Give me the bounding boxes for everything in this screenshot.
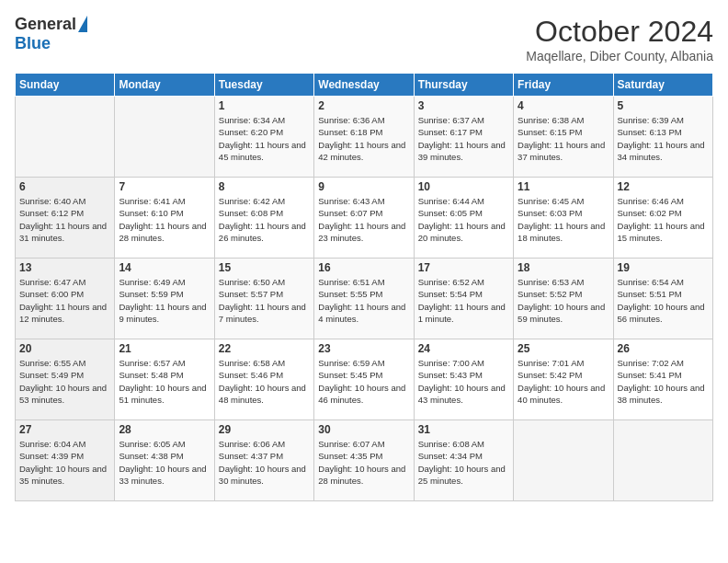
day-info: Sunrise: 6:43 AM Sunset: 6:07 PM Dayligh…: [318, 195, 409, 244]
calendar-day-cell: 24Sunrise: 7:00 AM Sunset: 5:43 PM Dayli…: [414, 339, 513, 420]
calendar-day-cell: 3Sunrise: 6:37 AM Sunset: 6:17 PM Daylig…: [414, 97, 513, 178]
day-info: Sunrise: 6:41 AM Sunset: 6:10 PM Dayligh…: [119, 195, 210, 244]
day-number: 16: [318, 261, 409, 274]
calendar-day-cell: 27Sunrise: 6:04 AM Sunset: 4:39 PM Dayli…: [16, 420, 115, 501]
calendar-week-row: 13Sunrise: 6:47 AM Sunset: 6:00 PM Dayli…: [16, 259, 713, 339]
day-number: 1: [219, 99, 310, 112]
logo-blue-text: Blue: [15, 34, 51, 53]
calendar-day-cell: [115, 97, 214, 178]
calendar-day-cell: 28Sunrise: 6:05 AM Sunset: 4:38 PM Dayli…: [115, 420, 214, 501]
calendar-day-cell: 19Sunrise: 6:54 AM Sunset: 5:51 PM Dayli…: [613, 259, 712, 339]
day-number: 4: [518, 99, 609, 112]
day-number: 29: [219, 423, 310, 436]
day-info: Sunrise: 6:57 AM Sunset: 5:48 PM Dayligh…: [119, 357, 210, 406]
day-number: 3: [418, 99, 509, 112]
calendar-day-cell: 21Sunrise: 6:57 AM Sunset: 5:48 PM Dayli…: [115, 339, 214, 420]
day-info: Sunrise: 6:05 AM Sunset: 4:38 PM Dayligh…: [119, 438, 210, 487]
day-info: Sunrise: 6:45 AM Sunset: 6:03 PM Dayligh…: [518, 195, 609, 244]
day-info: Sunrise: 6:40 AM Sunset: 6:12 PM Dayligh…: [19, 195, 110, 244]
day-number: 10: [418, 180, 509, 193]
day-number: 28: [119, 423, 210, 436]
day-number: 30: [318, 423, 409, 436]
day-info: Sunrise: 6:37 AM Sunset: 6:17 PM Dayligh…: [418, 114, 509, 163]
day-info: Sunrise: 6:59 AM Sunset: 5:45 PM Dayligh…: [318, 357, 409, 406]
day-number: 8: [219, 180, 310, 193]
calendar-day-cell: 8Sunrise: 6:42 AM Sunset: 6:08 PM Daylig…: [214, 178, 313, 259]
day-number: 12: [618, 180, 709, 193]
calendar-day-cell: 11Sunrise: 6:45 AM Sunset: 6:03 PM Dayli…: [514, 178, 613, 259]
day-number: 11: [518, 180, 609, 193]
month-title: October 2024: [526, 15, 713, 49]
calendar-week-row: 27Sunrise: 6:04 AM Sunset: 4:39 PM Dayli…: [16, 420, 713, 501]
calendar-day-cell: 16Sunrise: 6:51 AM Sunset: 5:55 PM Dayli…: [314, 259, 414, 339]
day-of-week-header: Sunday: [16, 74, 115, 97]
logo-triangle-icon: [78, 16, 87, 32]
day-info: Sunrise: 7:01 AM Sunset: 5:42 PM Dayligh…: [518, 357, 609, 406]
calendar-day-cell: 10Sunrise: 6:44 AM Sunset: 6:05 PM Dayli…: [414, 178, 513, 259]
calendar-day-cell: 1Sunrise: 6:34 AM Sunset: 6:20 PM Daylig…: [214, 97, 313, 178]
day-info: Sunrise: 6:36 AM Sunset: 6:18 PM Dayligh…: [318, 114, 409, 163]
day-info: Sunrise: 6:53 AM Sunset: 5:52 PM Dayligh…: [518, 276, 609, 325]
day-info: Sunrise: 6:52 AM Sunset: 5:54 PM Dayligh…: [418, 276, 509, 325]
day-number: 6: [19, 180, 110, 193]
calendar-day-cell: 6Sunrise: 6:40 AM Sunset: 6:12 PM Daylig…: [16, 178, 115, 259]
day-number: 25: [518, 342, 609, 355]
calendar-week-row: 6Sunrise: 6:40 AM Sunset: 6:12 PM Daylig…: [16, 178, 713, 259]
day-of-week-header: Thursday: [414, 74, 513, 97]
day-info: Sunrise: 6:44 AM Sunset: 6:05 PM Dayligh…: [418, 195, 509, 244]
day-number: 31: [418, 423, 509, 436]
day-info: Sunrise: 6:47 AM Sunset: 6:00 PM Dayligh…: [19, 276, 110, 325]
day-number: 24: [418, 342, 509, 355]
calendar-day-cell: 13Sunrise: 6:47 AM Sunset: 6:00 PM Dayli…: [16, 259, 115, 339]
day-info: Sunrise: 6:54 AM Sunset: 5:51 PM Dayligh…: [618, 276, 709, 325]
day-info: Sunrise: 6:51 AM Sunset: 5:55 PM Dayligh…: [318, 276, 409, 325]
day-info: Sunrise: 6:49 AM Sunset: 5:59 PM Dayligh…: [119, 276, 210, 325]
day-of-week-header: Tuesday: [214, 74, 313, 97]
day-info: Sunrise: 6:08 AM Sunset: 4:34 PM Dayligh…: [418, 438, 509, 487]
calendar-day-cell: 7Sunrise: 6:41 AM Sunset: 6:10 PM Daylig…: [115, 178, 214, 259]
day-info: Sunrise: 6:34 AM Sunset: 6:20 PM Dayligh…: [219, 114, 310, 163]
calendar-day-cell: 25Sunrise: 7:01 AM Sunset: 5:42 PM Dayli…: [514, 339, 613, 420]
calendar-day-cell: [16, 97, 115, 178]
calendar-day-cell: [514, 420, 613, 501]
day-number: 23: [318, 342, 409, 355]
calendar-day-cell: [613, 420, 712, 501]
day-info: Sunrise: 6:55 AM Sunset: 5:49 PM Dayligh…: [19, 357, 110, 406]
day-number: 26: [618, 342, 709, 355]
day-info: Sunrise: 7:00 AM Sunset: 5:43 PM Dayligh…: [418, 357, 509, 406]
calendar-day-cell: 26Sunrise: 7:02 AM Sunset: 5:41 PM Dayli…: [613, 339, 712, 420]
day-info: Sunrise: 6:06 AM Sunset: 4:37 PM Dayligh…: [219, 438, 310, 487]
calendar-day-cell: 18Sunrise: 6:53 AM Sunset: 5:52 PM Dayli…: [514, 259, 613, 339]
day-number: 5: [618, 99, 709, 112]
day-of-week-header: Wednesday: [314, 74, 414, 97]
day-info: Sunrise: 7:02 AM Sunset: 5:41 PM Dayligh…: [618, 357, 709, 406]
calendar-day-cell: 23Sunrise: 6:59 AM Sunset: 5:45 PM Dayli…: [314, 339, 414, 420]
day-of-week-header: Friday: [514, 74, 613, 97]
day-info: Sunrise: 6:38 AM Sunset: 6:15 PM Dayligh…: [518, 114, 609, 163]
day-number: 17: [418, 261, 509, 274]
calendar-day-cell: 9Sunrise: 6:43 AM Sunset: 6:07 PM Daylig…: [314, 178, 414, 259]
logo-general-text: General: [15, 15, 76, 34]
day-number: 19: [618, 261, 709, 274]
day-of-week-header: Monday: [115, 74, 214, 97]
day-number: 15: [219, 261, 310, 274]
day-number: 27: [19, 423, 110, 436]
calendar-day-cell: 31Sunrise: 6:08 AM Sunset: 4:34 PM Dayli…: [414, 420, 513, 501]
calendar-day-cell: 17Sunrise: 6:52 AM Sunset: 5:54 PM Dayli…: [414, 259, 513, 339]
calendar-week-row: 1Sunrise: 6:34 AM Sunset: 6:20 PM Daylig…: [16, 97, 713, 178]
calendar-day-cell: 30Sunrise: 6:07 AM Sunset: 4:35 PM Dayli…: [314, 420, 414, 501]
day-number: 2: [318, 99, 409, 112]
day-of-week-header: Saturday: [613, 74, 712, 97]
day-number: 21: [119, 342, 210, 355]
day-info: Sunrise: 6:58 AM Sunset: 5:46 PM Dayligh…: [219, 357, 310, 406]
day-info: Sunrise: 6:04 AM Sunset: 4:39 PM Dayligh…: [19, 438, 110, 487]
calendar-day-cell: 2Sunrise: 6:36 AM Sunset: 6:18 PM Daylig…: [314, 97, 414, 178]
day-number: 13: [19, 261, 110, 274]
calendar-day-cell: 14Sunrise: 6:49 AM Sunset: 5:59 PM Dayli…: [115, 259, 214, 339]
calendar-week-row: 20Sunrise: 6:55 AM Sunset: 5:49 PM Dayli…: [16, 339, 713, 420]
calendar-day-cell: 20Sunrise: 6:55 AM Sunset: 5:49 PM Dayli…: [16, 339, 115, 420]
calendar-header-row: SundayMondayTuesdayWednesdayThursdayFrid…: [16, 74, 713, 97]
day-number: 14: [119, 261, 210, 274]
calendar-day-cell: 12Sunrise: 6:46 AM Sunset: 6:02 PM Dayli…: [613, 178, 712, 259]
location-subtitle: Maqellare, Diber County, Albania: [526, 49, 713, 63]
